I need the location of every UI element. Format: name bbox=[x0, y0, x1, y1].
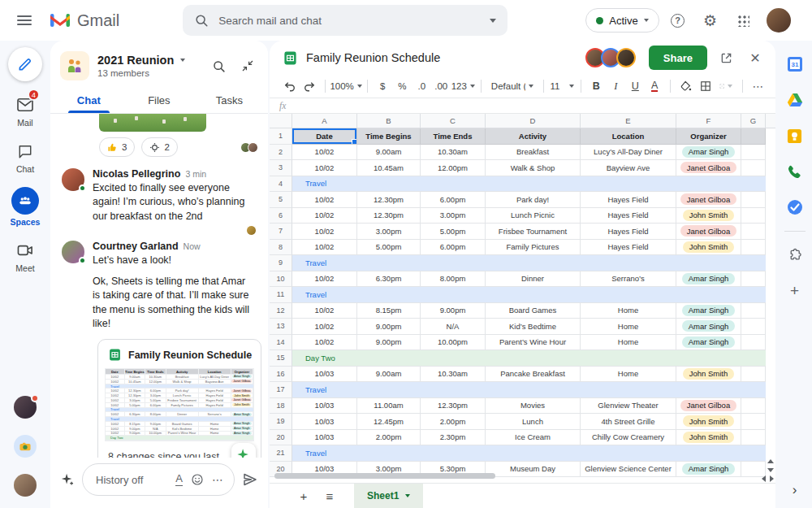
sender-avatar[interactable] bbox=[62, 241, 84, 263]
sheet-cell[interactable]: Glenview Science Center bbox=[581, 462, 676, 478]
merge-cells-button[interactable] bbox=[716, 77, 736, 95]
sheet-cell[interactable] bbox=[741, 414, 766, 430]
sheet-cell[interactable]: Park day! bbox=[486, 192, 581, 208]
row-number[interactable]: 13 bbox=[270, 319, 292, 335]
sheet-cell[interactable]: Amar Singh bbox=[676, 145, 741, 161]
tab-chat[interactable]: Chat bbox=[54, 87, 124, 113]
formula-bar[interactable]: fx bbox=[270, 98, 775, 114]
document-title[interactable]: Family Reunion Schedule bbox=[306, 51, 581, 64]
row-number[interactable]: 14 bbox=[270, 335, 292, 351]
sheet-cell[interactable]: 10/02 bbox=[292, 192, 357, 208]
sheet-cell[interactable]: 5.00pm bbox=[357, 240, 421, 256]
sheet-cell[interactable]: Hayes Field bbox=[581, 240, 676, 256]
band-cell-travel[interactable]: Travel bbox=[292, 382, 766, 398]
status-selector[interactable]: Active bbox=[585, 8, 659, 33]
sheet-cell[interactable]: Ice Cream bbox=[486, 430, 581, 446]
sheet-cell[interactable]: 2.00pm bbox=[357, 430, 421, 446]
sheet-cell[interactable] bbox=[741, 224, 766, 240]
sheet-cell[interactable] bbox=[741, 160, 766, 176]
sheet-cell[interactable]: 10/02 bbox=[292, 145, 357, 161]
sheet-cell[interactable]: 10.00pm bbox=[421, 335, 486, 351]
row-number[interactable]: 7 bbox=[270, 224, 292, 240]
sheet-cell[interactable]: 4th Street Grille bbox=[581, 414, 676, 430]
compose-button[interactable] bbox=[8, 47, 42, 81]
sheet-cell[interactable] bbox=[741, 145, 766, 161]
pinned-chat-avatar[interactable] bbox=[14, 474, 37, 497]
search-bar[interactable]: Search mail and chat bbox=[183, 5, 508, 36]
sheet-cell[interactable]: Home bbox=[581, 335, 676, 351]
sheet-cell[interactable]: Kid’s Bedtime bbox=[486, 319, 581, 335]
shared-photo[interactable] bbox=[99, 114, 206, 132]
pinned-chat-avatar[interactable] bbox=[14, 435, 37, 458]
sheet-cell[interactable]: Home bbox=[581, 367, 676, 383]
sheet-cell[interactable] bbox=[741, 335, 766, 351]
open-in-new-button[interactable] bbox=[715, 52, 736, 64]
column-header-D[interactable]: D bbox=[486, 114, 581, 128]
sheet-cell[interactable]: 9.00am bbox=[357, 367, 421, 383]
sheet-cell[interactable]: Time Begins bbox=[357, 128, 421, 145]
column-header-G[interactable]: G bbox=[741, 114, 766, 128]
sheet-cell[interactable]: Janet Gilboa bbox=[676, 398, 741, 415]
row-number[interactable]: 2 bbox=[270, 145, 292, 161]
message-input[interactable]: History off A ⋯ bbox=[82, 463, 235, 496]
sheet-cell[interactable]: 3.00pm bbox=[421, 208, 486, 224]
sheet-cell[interactable]: Pancake Breakfast bbox=[486, 367, 581, 383]
sheet-cell[interactable]: Hayes Field bbox=[581, 224, 676, 240]
sheet-cell[interactable]: 10/02 bbox=[292, 224, 357, 240]
sheet-cell[interactable] bbox=[741, 367, 766, 383]
sheet-cell[interactable]: 10/02 bbox=[292, 271, 357, 288]
sheet-cell[interactable]: 11.00am bbox=[357, 398, 421, 415]
add-sheet-button[interactable]: + bbox=[292, 489, 315, 503]
sheet-cell[interactable]: 10/02 bbox=[292, 319, 357, 335]
row-number[interactable]: 6 bbox=[270, 208, 292, 224]
sheet-cell[interactable]: Amar Singh bbox=[676, 462, 741, 478]
chat-search-button[interactable] bbox=[208, 59, 229, 73]
sheet-cell[interactable]: 12.30pm bbox=[357, 192, 421, 208]
sheet-cell[interactable]: Amar Singh bbox=[676, 335, 741, 351]
row-number[interactable]: 16 bbox=[270, 367, 292, 383]
row-number[interactable]: 18 bbox=[270, 398, 292, 415]
sheet-cell[interactable] bbox=[741, 208, 766, 224]
get-addons-button[interactable] bbox=[783, 243, 807, 267]
format-text-icon[interactable]: A bbox=[175, 473, 183, 485]
close-button[interactable]: ✕ bbox=[745, 50, 766, 66]
sheet-cell[interactable]: Amar Singh bbox=[676, 319, 741, 335]
vertical-scroll-arrows[interactable] bbox=[767, 459, 774, 472]
row-number[interactable]: 5 bbox=[270, 192, 292, 208]
borders-button[interactable] bbox=[697, 77, 715, 95]
sheet-cell[interactable]: Home bbox=[581, 303, 676, 319]
sheet-cell[interactable]: John Smith bbox=[676, 367, 741, 383]
apps-button[interactable] bbox=[729, 7, 757, 34]
sheet-cell[interactable]: Walk & Shop bbox=[486, 160, 581, 176]
column-header-A[interactable]: A bbox=[292, 114, 357, 128]
sheet-cell[interactable]: Date bbox=[292, 128, 357, 145]
space-title[interactable]: 2021 Reunion bbox=[97, 54, 174, 67]
fill-color-button[interactable] bbox=[677, 77, 695, 95]
sheet-cell[interactable]: 5.00pm bbox=[421, 224, 486, 240]
band-cell-travel[interactable]: Travel bbox=[292, 445, 766, 462]
underline-button[interactable]: U bbox=[626, 77, 644, 95]
sheet-cell[interactable]: Location bbox=[581, 128, 676, 145]
horizontal-scrollbar[interactable] bbox=[274, 473, 495, 479]
sheet-cell[interactable]: John Smith bbox=[676, 430, 741, 446]
sheet-cell[interactable] bbox=[741, 271, 766, 288]
row-number[interactable]: 4 bbox=[270, 176, 292, 193]
sheet-cell[interactable]: 6.00pm bbox=[421, 240, 486, 256]
sheet-cell[interactable]: Lunch bbox=[486, 414, 581, 430]
decrease-decimal-button[interactable]: .0 bbox=[412, 77, 430, 95]
sender-avatar[interactable] bbox=[62, 168, 84, 191]
font-selector[interactable]: Default (Ari... bbox=[488, 77, 538, 95]
toolbar-more-button[interactable]: ⋯ bbox=[749, 77, 767, 95]
sheet-cell[interactable]: Dinner bbox=[486, 271, 581, 288]
main-menu-icon[interactable] bbox=[17, 15, 32, 25]
drive-app-button[interactable] bbox=[783, 88, 807, 112]
sheet-cell[interactable]: 10/02 bbox=[292, 303, 357, 319]
sidebar-item-chat[interactable]: Chat bbox=[9, 141, 41, 174]
sheet-cell[interactable]: 10.45am bbox=[357, 160, 421, 176]
sheet-cell[interactable]: 12.45pm bbox=[357, 414, 421, 430]
tasks-app-button[interactable] bbox=[783, 195, 807, 219]
band-cell-travel[interactable]: Travel bbox=[292, 287, 766, 303]
column-header-C[interactable]: C bbox=[421, 114, 486, 128]
sheet-cell[interactable]: 12.30pm bbox=[421, 398, 486, 415]
redo-button[interactable] bbox=[300, 77, 318, 95]
